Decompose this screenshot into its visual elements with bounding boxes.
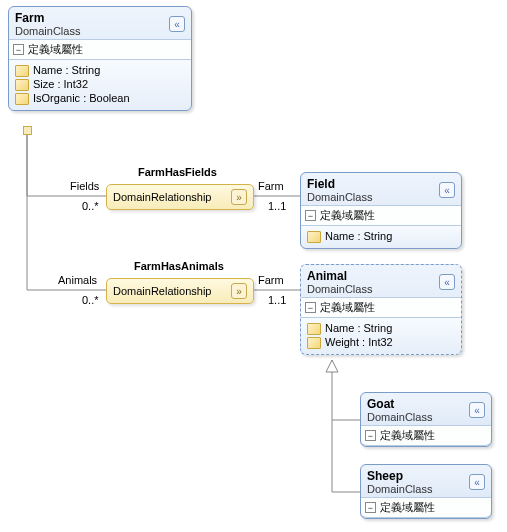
- minus-icon[interactable]: −: [365, 430, 376, 441]
- class-farm[interactable]: Farm DomainClass « − 定義域屬性 Name : String…: [8, 6, 192, 111]
- minus-icon[interactable]: −: [305, 210, 316, 221]
- properties-section[interactable]: − 定義域屬性: [9, 39, 191, 60]
- property-row[interactable]: Size : Int32: [15, 77, 185, 91]
- property-label: Weight : Int32: [325, 336, 393, 348]
- class-name: Sheep: [367, 469, 469, 483]
- property-row[interactable]: IsOrganic : Boolean: [15, 91, 185, 105]
- class-header: Farm DomainClass «: [9, 7, 191, 39]
- role-right: Farm: [258, 180, 284, 192]
- section-label: 定義域屬性: [28, 42, 83, 57]
- expand-icon[interactable]: »: [231, 189, 247, 205]
- class-type: DomainClass: [15, 25, 169, 37]
- class-field[interactable]: Field DomainClass « − 定義域屬性 Name : Strin…: [300, 172, 462, 249]
- property-icon: [15, 64, 29, 76]
- section-label: 定義域屬性: [320, 300, 375, 315]
- collapse-icon[interactable]: «: [469, 474, 485, 490]
- class-header: Animal DomainClass «: [301, 265, 461, 297]
- relationship-type: DomainRelationship: [113, 285, 225, 297]
- property-row[interactable]: Weight : Int32: [307, 335, 455, 349]
- class-header: Field DomainClass «: [301, 173, 461, 205]
- section-label: 定義域屬性: [320, 208, 375, 223]
- class-type: DomainClass: [367, 483, 469, 495]
- connector-node: [23, 126, 32, 135]
- class-type: DomainClass: [307, 191, 439, 203]
- properties-section[interactable]: − 定義域屬性: [361, 425, 491, 446]
- class-type: DomainClass: [367, 411, 469, 423]
- role-right: Farm: [258, 274, 284, 286]
- property-list: Name : String: [301, 226, 461, 248]
- property-row[interactable]: Name : String: [15, 63, 185, 77]
- relationship-title: FarmHasFields: [138, 166, 217, 178]
- properties-section[interactable]: − 定義域屬性: [301, 297, 461, 318]
- minus-icon[interactable]: −: [13, 44, 24, 55]
- role-left: Fields: [70, 180, 99, 192]
- property-label: Name : String: [325, 322, 392, 334]
- properties-section[interactable]: − 定義域屬性: [301, 205, 461, 226]
- collapse-icon[interactable]: «: [169, 16, 185, 32]
- property-list: Name : String Size : Int32 IsOrganic : B…: [9, 60, 191, 110]
- svg-marker-7: [326, 360, 338, 372]
- property-icon: [307, 336, 321, 348]
- section-label: 定義域屬性: [380, 500, 435, 515]
- minus-icon[interactable]: −: [305, 302, 316, 313]
- property-icon: [307, 230, 321, 242]
- property-icon: [15, 92, 29, 104]
- property-label: Name : String: [33, 64, 100, 76]
- property-icon: [15, 78, 29, 90]
- class-header: Goat DomainClass «: [361, 393, 491, 425]
- class-name: Field: [307, 177, 439, 191]
- role-left: Animals: [58, 274, 97, 286]
- relationship-type: DomainRelationship: [113, 191, 225, 203]
- property-icon: [307, 322, 321, 334]
- collapse-icon[interactable]: «: [439, 274, 455, 290]
- class-name: Goat: [367, 397, 469, 411]
- relationship-farmhasfields[interactable]: DomainRelationship »: [106, 184, 254, 210]
- relationship-title: FarmHasAnimals: [134, 260, 224, 272]
- mult-right: 1..1: [268, 200, 286, 212]
- mult-left: 0..*: [82, 200, 99, 212]
- class-name: Farm: [15, 11, 169, 25]
- property-list: Name : String Weight : Int32: [301, 318, 461, 354]
- property-label: Size : Int32: [33, 78, 88, 90]
- section-label: 定義域屬性: [380, 428, 435, 443]
- property-row[interactable]: Name : String: [307, 321, 455, 335]
- class-goat[interactable]: Goat DomainClass « − 定義域屬性: [360, 392, 492, 447]
- property-row[interactable]: Name : String: [307, 229, 455, 243]
- minus-icon[interactable]: −: [365, 502, 376, 513]
- expand-icon[interactable]: »: [231, 283, 247, 299]
- class-sheep[interactable]: Sheep DomainClass « − 定義域屬性: [360, 464, 492, 519]
- mult-left: 0..*: [82, 294, 99, 306]
- collapse-icon[interactable]: «: [439, 182, 455, 198]
- properties-section[interactable]: − 定義域屬性: [361, 497, 491, 518]
- relationship-farmhasanimals[interactable]: DomainRelationship »: [106, 278, 254, 304]
- class-name: Animal: [307, 269, 439, 283]
- class-header: Sheep DomainClass «: [361, 465, 491, 497]
- mult-right: 1..1: [268, 294, 286, 306]
- class-type: DomainClass: [307, 283, 439, 295]
- class-animal[interactable]: Animal DomainClass « − 定義域屬性 Name : Stri…: [300, 264, 462, 355]
- collapse-icon[interactable]: «: [469, 402, 485, 418]
- property-label: Name : String: [325, 230, 392, 242]
- property-label: IsOrganic : Boolean: [33, 92, 130, 104]
